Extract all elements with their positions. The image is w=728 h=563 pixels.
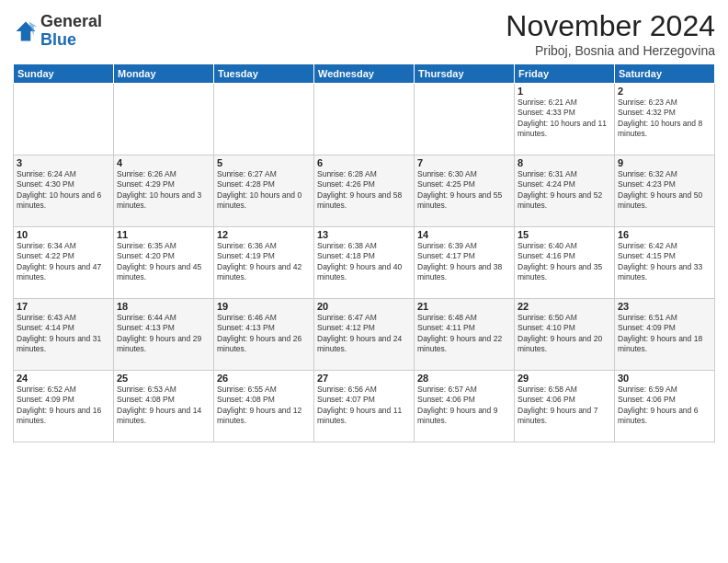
header-row: Sunday Monday Tuesday Wednesday Thursday… bbox=[14, 64, 715, 84]
header-wednesday: Wednesday bbox=[314, 64, 415, 84]
day-info: Sunrise: 6:42 AM Sunset: 4:15 PM Dayligh… bbox=[618, 241, 711, 283]
day-info: Sunrise: 6:52 AM Sunset: 4:09 PM Dayligh… bbox=[17, 385, 110, 427]
day-number: 16 bbox=[618, 229, 711, 240]
week-row-2: 3Sunrise: 6:24 AM Sunset: 4:30 PM Daylig… bbox=[14, 155, 715, 227]
header: General Blue November 2024 Priboj, Bosni… bbox=[13, 9, 715, 58]
cell-4-4: 20Sunrise: 6:47 AM Sunset: 4:12 PM Dayli… bbox=[314, 299, 415, 371]
cell-2-4: 6Sunrise: 6:28 AM Sunset: 4:26 PM Daylig… bbox=[314, 155, 415, 227]
logo-icon bbox=[13, 18, 39, 44]
week-row-4: 17Sunrise: 6:43 AM Sunset: 4:14 PM Dayli… bbox=[14, 299, 715, 371]
day-number: 29 bbox=[518, 373, 611, 384]
header-saturday: Saturday bbox=[615, 64, 715, 84]
day-number: 15 bbox=[518, 229, 611, 240]
week-row-5: 24Sunrise: 6:52 AM Sunset: 4:09 PM Dayli… bbox=[14, 371, 715, 442]
day-info: Sunrise: 6:56 AM Sunset: 4:07 PM Dayligh… bbox=[317, 385, 411, 427]
day-info: Sunrise: 6:38 AM Sunset: 4:18 PM Dayligh… bbox=[317, 241, 411, 283]
week-row-3: 10Sunrise: 6:34 AM Sunset: 4:22 PM Dayli… bbox=[14, 227, 715, 299]
logo-blue-text: Blue bbox=[40, 31, 102, 50]
logo: General Blue bbox=[13, 13, 102, 50]
day-info: Sunrise: 6:57 AM Sunset: 4:06 PM Dayligh… bbox=[417, 385, 511, 427]
cell-3-2: 11Sunrise: 6:35 AM Sunset: 4:20 PM Dayli… bbox=[114, 227, 214, 299]
header-friday: Friday bbox=[515, 64, 615, 84]
cell-2-2: 4Sunrise: 6:26 AM Sunset: 4:29 PM Daylig… bbox=[114, 155, 214, 227]
day-number: 11 bbox=[117, 229, 210, 240]
month-title: November 2024 bbox=[506, 9, 715, 43]
cell-3-7: 16Sunrise: 6:42 AM Sunset: 4:15 PM Dayli… bbox=[615, 227, 715, 299]
day-number: 18 bbox=[117, 301, 210, 312]
day-info: Sunrise: 6:59 AM Sunset: 4:06 PM Dayligh… bbox=[618, 385, 711, 427]
day-info: Sunrise: 6:32 AM Sunset: 4:23 PM Dayligh… bbox=[618, 169, 711, 212]
cell-4-2: 18Sunrise: 6:44 AM Sunset: 4:13 PM Dayli… bbox=[114, 299, 214, 371]
day-info: Sunrise: 6:44 AM Sunset: 4:13 PM Dayligh… bbox=[117, 313, 210, 355]
day-number: 22 bbox=[518, 301, 611, 312]
day-info: Sunrise: 6:30 AM Sunset: 4:25 PM Dayligh… bbox=[417, 169, 511, 212]
day-number: 25 bbox=[117, 373, 210, 384]
cell-4-6: 22Sunrise: 6:50 AM Sunset: 4:10 PM Dayli… bbox=[515, 299, 615, 371]
cell-3-1: 10Sunrise: 6:34 AM Sunset: 4:22 PM Dayli… bbox=[14, 227, 114, 299]
cell-5-1: 24Sunrise: 6:52 AM Sunset: 4:09 PM Dayli… bbox=[14, 371, 114, 442]
cell-4-7: 23Sunrise: 6:51 AM Sunset: 4:09 PM Dayli… bbox=[615, 299, 715, 371]
day-number: 2 bbox=[618, 86, 711, 97]
cell-5-7: 30Sunrise: 6:59 AM Sunset: 4:06 PM Dayli… bbox=[615, 371, 715, 442]
day-number: 5 bbox=[217, 157, 311, 168]
day-info: Sunrise: 6:36 AM Sunset: 4:19 PM Dayligh… bbox=[217, 241, 311, 283]
day-info: Sunrise: 6:23 AM Sunset: 4:32 PM Dayligh… bbox=[618, 98, 711, 140]
day-number: 8 bbox=[518, 157, 611, 168]
logo-general-text: General bbox=[40, 13, 102, 31]
day-number: 21 bbox=[417, 301, 511, 312]
day-info: Sunrise: 6:21 AM Sunset: 4:33 PM Dayligh… bbox=[518, 98, 611, 140]
calendar: Sunday Monday Tuesday Wednesday Thursday… bbox=[13, 63, 715, 442]
day-number: 7 bbox=[417, 157, 511, 168]
day-info: Sunrise: 6:46 AM Sunset: 4:13 PM Dayligh… bbox=[217, 313, 311, 355]
cell-3-4: 13Sunrise: 6:38 AM Sunset: 4:18 PM Dayli… bbox=[314, 227, 415, 299]
day-number: 26 bbox=[217, 373, 311, 384]
day-number: 13 bbox=[317, 229, 411, 240]
cell-1-6: 1Sunrise: 6:21 AM Sunset: 4:33 PM Daylig… bbox=[515, 84, 615, 155]
cell-2-7: 9Sunrise: 6:32 AM Sunset: 4:23 PM Daylig… bbox=[615, 155, 715, 227]
day-info: Sunrise: 6:26 AM Sunset: 4:29 PM Dayligh… bbox=[117, 169, 210, 212]
header-monday: Monday bbox=[114, 64, 214, 84]
day-info: Sunrise: 6:58 AM Sunset: 4:06 PM Dayligh… bbox=[518, 385, 611, 427]
day-info: Sunrise: 6:43 AM Sunset: 4:14 PM Dayligh… bbox=[17, 313, 110, 355]
title-block: November 2024 Priboj, Bosnia and Herzego… bbox=[506, 9, 715, 58]
day-info: Sunrise: 6:53 AM Sunset: 4:08 PM Dayligh… bbox=[117, 385, 210, 427]
day-info: Sunrise: 6:28 AM Sunset: 4:26 PM Dayligh… bbox=[317, 169, 411, 212]
header-thursday: Thursday bbox=[415, 64, 515, 84]
header-sunday: Sunday bbox=[14, 64, 114, 84]
day-number: 10 bbox=[17, 229, 110, 240]
day-info: Sunrise: 6:55 AM Sunset: 4:08 PM Dayligh… bbox=[217, 385, 311, 427]
day-number: 6 bbox=[317, 157, 411, 168]
cell-1-1 bbox=[14, 84, 114, 155]
cell-4-5: 21Sunrise: 6:48 AM Sunset: 4:11 PM Dayli… bbox=[415, 299, 515, 371]
day-info: Sunrise: 6:35 AM Sunset: 4:20 PM Dayligh… bbox=[117, 241, 210, 283]
day-number: 17 bbox=[17, 301, 110, 312]
cell-3-5: 14Sunrise: 6:39 AM Sunset: 4:17 PM Dayli… bbox=[415, 227, 515, 299]
day-number: 27 bbox=[317, 373, 411, 384]
cell-5-5: 28Sunrise: 6:57 AM Sunset: 4:06 PM Dayli… bbox=[415, 371, 515, 442]
day-info: Sunrise: 6:47 AM Sunset: 4:12 PM Dayligh… bbox=[317, 313, 411, 355]
cell-2-3: 5Sunrise: 6:27 AM Sunset: 4:28 PM Daylig… bbox=[214, 155, 314, 227]
day-info: Sunrise: 6:50 AM Sunset: 4:10 PM Dayligh… bbox=[518, 313, 611, 355]
cell-2-1: 3Sunrise: 6:24 AM Sunset: 4:30 PM Daylig… bbox=[14, 155, 114, 227]
cell-5-4: 27Sunrise: 6:56 AM Sunset: 4:07 PM Dayli… bbox=[314, 371, 415, 442]
day-number: 24 bbox=[17, 373, 110, 384]
day-number: 14 bbox=[417, 229, 511, 240]
cell-2-5: 7Sunrise: 6:30 AM Sunset: 4:25 PM Daylig… bbox=[415, 155, 515, 227]
day-info: Sunrise: 6:51 AM Sunset: 4:09 PM Dayligh… bbox=[618, 313, 711, 355]
cell-3-6: 15Sunrise: 6:40 AM Sunset: 4:16 PM Dayli… bbox=[515, 227, 615, 299]
day-number: 20 bbox=[317, 301, 411, 312]
day-number: 30 bbox=[618, 373, 711, 384]
page: General Blue November 2024 Priboj, Bosni… bbox=[0, 0, 728, 563]
header-tuesday: Tuesday bbox=[214, 64, 314, 84]
cell-1-4 bbox=[314, 84, 415, 155]
day-number: 3 bbox=[17, 157, 110, 168]
day-info: Sunrise: 6:48 AM Sunset: 4:11 PM Dayligh… bbox=[417, 313, 511, 355]
day-number: 1 bbox=[518, 86, 611, 97]
day-number: 28 bbox=[417, 373, 511, 384]
logo-text: General Blue bbox=[40, 13, 102, 50]
cell-5-3: 26Sunrise: 6:55 AM Sunset: 4:08 PM Dayli… bbox=[214, 371, 314, 442]
day-info: Sunrise: 6:34 AM Sunset: 4:22 PM Dayligh… bbox=[17, 241, 110, 283]
day-number: 12 bbox=[217, 229, 311, 240]
day-number: 4 bbox=[117, 157, 210, 168]
week-row-1: 1Sunrise: 6:21 AM Sunset: 4:33 PM Daylig… bbox=[14, 84, 715, 155]
